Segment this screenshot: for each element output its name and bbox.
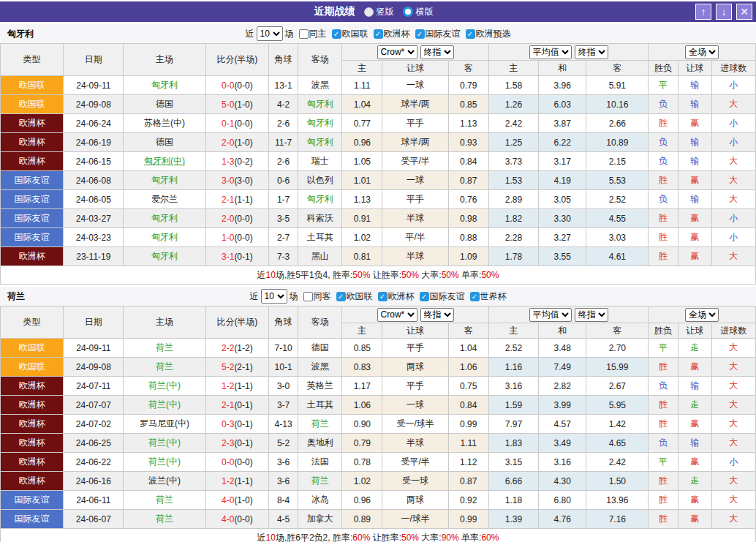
odds-handicap: 半球 xyxy=(382,209,448,228)
halftime-score: (1-2) xyxy=(234,343,252,353)
odds-away: 0.87 xyxy=(448,472,488,491)
result-winloss: 负 xyxy=(649,133,678,152)
match-row: 欧洲杯24-06-24苏格兰(中)0-1(0-0)2-6匈牙利0.77平手1.1… xyxy=(1,114,756,133)
close-button[interactable]: ✕ xyxy=(736,4,752,20)
fullmatch-select[interactable]: 全场 xyxy=(685,45,719,59)
fulltime-score: 3-1 xyxy=(222,252,234,262)
radio-vertical-mode[interactable]: 竖版 xyxy=(364,6,394,18)
same-away-checkbox[interactable] xyxy=(303,292,313,301)
summary-segment: 50% xyxy=(352,270,370,280)
header-group-0: Crow*终指 xyxy=(342,306,489,323)
home-team: 苏格兰(中) xyxy=(124,114,205,133)
halftime-score: (0-1) xyxy=(234,400,252,410)
result-goals: 小 xyxy=(711,76,755,95)
radio-icon[interactable] xyxy=(364,7,374,17)
match-score: 0-0(0-0) xyxy=(205,453,268,472)
result-handicap: 输 xyxy=(678,190,711,209)
summary-segment: 场,胜6平2负2, 胜率: xyxy=(276,532,352,542)
same-home-checkbox[interactable] xyxy=(299,29,309,39)
halftime-score: (1-1) xyxy=(234,381,252,391)
avg-company-select[interactable]: 平均值 xyxy=(529,45,572,59)
result-handicap: 赢 xyxy=(678,415,711,434)
avg-away: 2.67 xyxy=(586,377,649,396)
avg-home: 6.66 xyxy=(488,472,538,491)
matches-label: 场 xyxy=(290,290,298,303)
odds-company-select[interactable]: Crow* xyxy=(377,45,417,59)
odds-final-select[interactable]: 终指 xyxy=(420,308,454,322)
league-checkbox-3[interactable]: ✓ xyxy=(466,29,475,39)
sub-column-header-6: 胜负 xyxy=(649,323,678,339)
away-team: 法国 xyxy=(298,453,342,472)
fulltime-score: 2-0 xyxy=(222,214,234,224)
home-team[interactable]: 匈牙利(中) xyxy=(124,152,205,171)
odds-home: 1.13 xyxy=(342,190,382,209)
avg-away: 2.52 xyxy=(586,190,649,209)
home-team: 匈牙利 xyxy=(124,247,205,266)
avg-draw: 3.96 xyxy=(539,76,586,95)
league-checkbox-2[interactable]: ✓ xyxy=(420,292,429,301)
league-checkbox-1[interactable]: ✓ xyxy=(374,29,383,39)
league-checkbox-0[interactable]: ✓ xyxy=(332,29,341,39)
avg-draw: 4.19 xyxy=(539,171,586,190)
result-handicap: 走 xyxy=(678,396,711,415)
move-down-button[interactable]: ↓ xyxy=(716,4,732,20)
column-header-3: 比分(半场) xyxy=(205,44,268,76)
match-type-badge: 欧洲杯 xyxy=(1,396,64,415)
column-header-5: 客场 xyxy=(298,306,342,339)
avg-final-select[interactable]: 终指 xyxy=(575,308,608,322)
result-handicap: 走 xyxy=(678,472,711,491)
halftime-score: (1-1) xyxy=(234,476,252,486)
column-header-4: 角球 xyxy=(269,306,298,339)
result-goals: 大 xyxy=(711,377,755,396)
avg-away: 4.65 xyxy=(586,434,649,453)
odds-home: 0.77 xyxy=(342,114,382,133)
recent-count-select[interactable]: 10 xyxy=(261,289,287,304)
avg-draw: 3.05 xyxy=(539,190,586,209)
corner-score: 7-3 xyxy=(269,247,298,266)
league-checkbox-2[interactable]: ✓ xyxy=(415,29,425,39)
avg-home: 1.78 xyxy=(488,247,538,266)
column-header-2: 主场 xyxy=(124,44,205,76)
result-handicap: 赢 xyxy=(678,209,711,228)
result-winloss: 胜 xyxy=(649,228,678,247)
move-up-button[interactable]: ↑ xyxy=(695,4,711,20)
fulltime-score: 1-2 xyxy=(222,476,234,486)
odds-home: 1.01 xyxy=(342,171,382,190)
league-checkbox-0[interactable]: ✓ xyxy=(336,292,346,301)
column-header-0: 类型 xyxy=(1,44,64,76)
layout-mode-radios: 竖版 横版 xyxy=(364,6,442,18)
league-label-1: 欧洲杯 xyxy=(384,28,410,40)
odds-home: 0.96 xyxy=(342,133,382,152)
radio-icon[interactable] xyxy=(403,7,413,17)
league-checkbox-1[interactable]: ✓ xyxy=(378,292,388,301)
result-winloss: 平 xyxy=(649,76,678,95)
result-goals: 小 xyxy=(711,228,755,247)
recent-count-select[interactable]: 10 xyxy=(257,26,283,41)
league-label-0: 欧国联 xyxy=(342,28,368,40)
league-checkbox-3[interactable]: ✓ xyxy=(470,292,480,301)
avg-home: 2.28 xyxy=(488,228,538,247)
odds-final-select[interactable]: 终指 xyxy=(420,45,454,59)
odds-company-select[interactable]: Crow* xyxy=(377,308,417,322)
odds-handicap: 半球 xyxy=(382,247,448,266)
match-row: 国际友谊24-06-05爱尔兰2-1(1-1)1-7匈牙利1.13平手0.762… xyxy=(1,190,756,209)
match-score: 2-3(0-1) xyxy=(205,434,268,453)
avg-company-select[interactable]: 平均值 xyxy=(529,308,572,322)
avg-final-select[interactable]: 终指 xyxy=(575,45,608,59)
result-handicap: 赢 xyxy=(678,358,711,377)
halftime-score: (0-0) xyxy=(234,457,252,467)
match-date: 24-06-22 xyxy=(64,453,124,472)
result-winloss: 胜 xyxy=(649,491,678,510)
radio-horizontal-mode[interactable]: 横版 xyxy=(403,6,434,18)
fullmatch-select[interactable]: 全场 xyxy=(685,308,719,322)
avg-away: 1.50 xyxy=(586,472,649,491)
odds-home: 0.81 xyxy=(342,247,382,266)
match-date: 23-11-19 xyxy=(64,247,124,266)
odds-away: 0.99 xyxy=(448,510,488,529)
result-goals: 小 xyxy=(711,453,755,472)
fulltime-score: 4-0 xyxy=(222,495,234,505)
fulltime-score: 4-0 xyxy=(222,514,234,524)
corner-score: 3-6 xyxy=(269,453,298,472)
odds-home: 0.90 xyxy=(342,415,382,434)
match-score: 2-0(0-0) xyxy=(205,209,268,228)
